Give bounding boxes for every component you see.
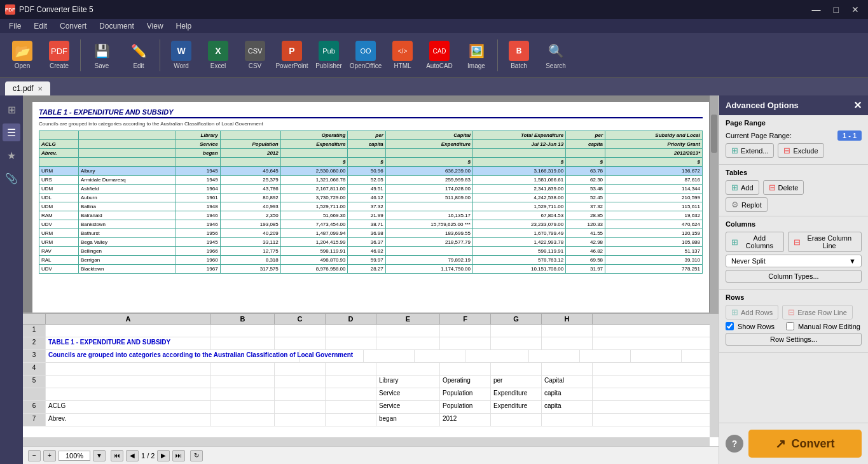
cell-5b-a[interactable]: [46, 388, 211, 400]
cell-6-c[interactable]: [275, 401, 326, 413]
cell-1-h[interactable]: [542, 325, 593, 337]
cell-6-b[interactable]: [211, 401, 275, 413]
cell-7-d[interactable]: [326, 414, 376, 426]
minimize-button[interactable]: —: [808, 3, 825, 16]
row-settings-button[interactable]: Row Settings...: [726, 333, 862, 346]
help-button[interactable]: ?: [726, 435, 743, 453]
menu-help[interactable]: Help: [170, 20, 198, 32]
convert-button[interactable]: ↗ Convert: [748, 430, 862, 458]
cell-2-a[interactable]: TABLE 1 - EXPENDITURE AND SUBSIDY: [46, 337, 211, 349]
cell-2-b[interactable]: [211, 337, 275, 349]
search-button[interactable]: 🔍 Search: [539, 36, 573, 74]
cell-6-e[interactable]: Service: [376, 401, 440, 413]
cell-2-e[interactable]: [376, 337, 440, 349]
cell-2-c[interactable]: [275, 337, 326, 349]
openoffice-button[interactable]: OO OpenOffice: [348, 36, 383, 74]
cell-4-c[interactable]: [275, 363, 326, 375]
cell-6-f[interactable]: Population: [440, 401, 491, 413]
zoom-plus-button[interactable]: +: [43, 450, 56, 461]
cell-3-e[interactable]: [465, 350, 529, 362]
close-button[interactable]: ✕: [848, 3, 863, 16]
word-button[interactable]: W Word: [164, 36, 198, 74]
edit-button[interactable]: ✏️ Edit: [121, 36, 156, 74]
cell-1-d[interactable]: [326, 325, 376, 337]
image-button[interactable]: 🖼️ Image: [459, 36, 493, 74]
cell-5b-f[interactable]: Population: [440, 388, 491, 400]
cell-3-g[interactable]: [580, 350, 631, 362]
menu-document[interactable]: Document: [93, 20, 141, 32]
add-rows-button[interactable]: ⊞ Add Rows: [726, 305, 778, 320]
replot-button[interactable]: ⚙ Replot: [726, 197, 768, 212]
cell-6-d[interactable]: [326, 401, 376, 413]
cell-1-e[interactable]: [376, 325, 440, 337]
sheet-vertical-scrollbar[interactable]: [710, 314, 719, 437]
cell-1-g[interactable]: [491, 325, 542, 337]
pages-button[interactable]: ☰: [3, 123, 20, 141]
zoom-minus-button[interactable]: −: [28, 450, 41, 461]
cell-6-g[interactable]: Expenditure: [491, 401, 542, 413]
cell-5b-b[interactable]: [211, 388, 275, 400]
cell-1-f[interactable]: [440, 325, 491, 337]
delete-table-button[interactable]: ⊟ Delete: [763, 180, 804, 195]
cell-5b-h[interactable]: capita: [542, 388, 593, 400]
cell-5-d[interactable]: [326, 376, 376, 388]
menu-convert[interactable]: Convert: [53, 20, 93, 32]
cell-5b-e[interactable]: Service: [376, 388, 440, 400]
erase-row-line-button[interactable]: ⊟ Erase Row Line: [782, 305, 853, 320]
cell-7-h[interactable]: [542, 414, 593, 426]
csv-button[interactable]: CSV CSV: [238, 36, 272, 74]
zoom-dropdown-button[interactable]: ▼: [93, 450, 106, 461]
cell-3-h[interactable]: [631, 350, 682, 362]
cell-2-h[interactable]: [542, 337, 593, 349]
cell-7-a[interactable]: Abrev.: [46, 414, 211, 426]
open-button[interactable]: 📂 Open: [5, 36, 39, 74]
sheet-horizontal-scrollbar[interactable]: [23, 437, 710, 446]
menu-edit[interactable]: Edit: [27, 20, 53, 32]
cell-7-g[interactable]: [491, 414, 542, 426]
save-button[interactable]: 💾 Save: [85, 36, 119, 74]
thumbnails-button[interactable]: ⊞: [3, 101, 20, 118]
never-split-dropdown[interactable]: Never Split ▼: [726, 255, 862, 267]
menu-file[interactable]: File: [3, 20, 27, 32]
autocad-button[interactable]: CAD AutoCAD: [422, 36, 457, 74]
cell-3-f[interactable]: [529, 350, 580, 362]
cell-4-b[interactable]: [211, 363, 275, 375]
create-button[interactable]: PDF Create: [42, 36, 76, 74]
cell-3-a[interactable]: Councils are grouped into categories acc…: [46, 350, 300, 362]
excel-button[interactable]: X Excel: [201, 36, 235, 74]
cell-2-f[interactable]: [440, 337, 491, 349]
powerpoint-button[interactable]: P PowerPoint: [275, 36, 309, 74]
pdf-scrollbar-thumb[interactable]: [711, 115, 717, 153]
cell-1-b[interactable]: [211, 325, 275, 337]
prev-page-button[interactable]: ◀: [126, 450, 139, 461]
restore-button[interactable]: □: [830, 3, 843, 16]
show-rows-checkbox[interactable]: [726, 322, 734, 330]
cell-5-a[interactable]: [46, 376, 211, 388]
cell-5-f[interactable]: Operating: [440, 376, 491, 388]
cell-4-g[interactable]: [491, 363, 542, 375]
advanced-options-close-button[interactable]: ✕: [853, 99, 862, 111]
cell-3-c[interactable]: [364, 350, 415, 362]
manual-row-editing-checkbox[interactable]: [786, 322, 794, 330]
cell-4-a[interactable]: [46, 363, 211, 375]
pdf-scroll-container[interactable]: TABLE 1 - EXPENDITURE AND SUBSIDY Counci…: [23, 95, 719, 313]
title-bar-controls[interactable]: — □ ✕: [808, 3, 863, 16]
add-table-button[interactable]: ⊞ Add: [726, 180, 759, 195]
cell-4-d[interactable]: [326, 363, 376, 375]
cell-6-a[interactable]: ACLG: [46, 401, 211, 413]
cell-5-c[interactable]: [275, 376, 326, 388]
cell-5b-d[interactable]: [326, 388, 376, 400]
pdf-scrollbar[interactable]: [710, 95, 719, 313]
column-types-button[interactable]: Column Types...: [726, 270, 862, 283]
cell-2-g[interactable]: [491, 337, 542, 349]
cell-5-h[interactable]: Capital: [542, 376, 593, 388]
exclude-button[interactable]: ⊟ Exclude: [778, 143, 823, 158]
annotations-button[interactable]: 📎: [3, 169, 20, 187]
add-columns-button[interactable]: ⊞ Add Columns: [726, 232, 784, 252]
extend-button[interactable]: ⊞ Extend...: [726, 143, 774, 158]
publisher-button[interactable]: Pub Publisher: [312, 36, 346, 74]
cell-6-h[interactable]: capita: [542, 401, 593, 413]
cell-5-b[interactable]: [211, 376, 275, 388]
cell-7-f[interactable]: 2012: [440, 414, 491, 426]
next-page-button[interactable]: ▶: [157, 450, 170, 461]
